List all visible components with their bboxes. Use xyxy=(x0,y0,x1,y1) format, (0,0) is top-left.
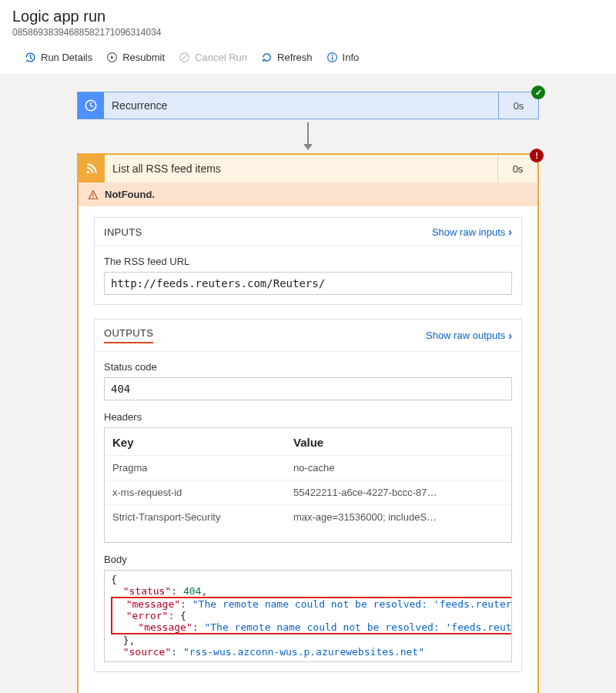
error-highlight: "message": "The remote name could not be… xyxy=(111,597,512,634)
body-label: Body xyxy=(104,554,512,565)
chevron-right-icon: › xyxy=(508,226,512,238)
error-badge-icon: ! xyxy=(530,149,544,162)
refresh-button[interactable]: Refresh xyxy=(261,52,313,63)
info-icon xyxy=(326,52,338,63)
action-name: List all RSS feed items xyxy=(105,155,497,182)
rss-url-label: The RSS feed URL xyxy=(104,256,512,267)
svg-point-3 xyxy=(331,55,333,56)
table-row: x-ms-request-id55422211-a6ce-4227-bccc-8… xyxy=(105,480,511,505)
info-button[interactable]: Info xyxy=(326,52,360,63)
svg-rect-8 xyxy=(92,193,93,196)
table-row: Pragmano-cache xyxy=(105,456,511,480)
trigger-step[interactable]: ✓ Recurrence 0s xyxy=(77,92,539,119)
trigger-name: Recurrence xyxy=(104,92,498,119)
outputs-heading: OUTPUTS xyxy=(104,327,153,343)
body-json[interactable]: { "status": 404, "message": "The remote … xyxy=(104,570,512,662)
action-step: ! List all RSS feed items 0s NotFound. I… xyxy=(77,153,539,693)
cancel-icon xyxy=(179,52,190,63)
run-details-button[interactable]: Run Details xyxy=(25,52,92,63)
status-code-value: 404 xyxy=(104,377,512,400)
table-row: Strict-Transport-Securitymax-age=3153600… xyxy=(105,505,511,530)
refresh-icon xyxy=(261,52,273,63)
run-canvas: ✓ Recurrence 0s ! List all RSS feed item… xyxy=(0,75,616,693)
svg-rect-6 xyxy=(85,162,99,176)
status-code-label: Status code xyxy=(104,361,512,373)
headers-label: Headers xyxy=(104,411,512,423)
headers-value-col: Value xyxy=(286,428,511,456)
history-icon xyxy=(25,52,36,63)
svg-point-7 xyxy=(87,171,90,174)
chevron-right-icon: › xyxy=(508,330,512,342)
inputs-heading: INPUTS xyxy=(104,226,142,238)
rss-url-value: http://feeds.reuters.com/Reuters/ xyxy=(104,272,512,295)
page-title: Logic app run xyxy=(12,8,604,25)
action-header[interactable]: List all RSS feed items 0s xyxy=(79,155,537,182)
show-raw-inputs-link[interactable]: Show raw inputs › xyxy=(432,226,512,238)
svg-point-9 xyxy=(92,196,94,198)
inputs-card: INPUTS Show raw inputs › The RSS feed UR… xyxy=(94,217,522,305)
cancel-run-button: Cancel Run xyxy=(179,52,247,63)
warning-icon xyxy=(88,189,99,200)
play-icon xyxy=(106,52,118,63)
headers-table[interactable]: Key Value Pragmano-cache x-ms-request-id… xyxy=(104,427,512,543)
success-badge-icon: ✓ xyxy=(531,85,545,99)
resubmit-button[interactable]: Resubmit xyxy=(106,52,165,63)
clock-icon xyxy=(78,92,104,119)
flow-arrow-icon xyxy=(303,122,313,150)
show-raw-outputs-link[interactable]: Show raw outputs › xyxy=(426,330,512,342)
outputs-card: OUTPUTS Show raw outputs › Status code 4… xyxy=(94,319,522,672)
headers-key-col: Key xyxy=(105,428,286,456)
svg-rect-4 xyxy=(331,57,332,61)
run-id: 08586938394688582171096314034 xyxy=(12,27,604,38)
action-error-banner: NotFound. xyxy=(79,182,537,206)
toolbar: Run Details Resubmit Cancel Run Refresh … xyxy=(12,45,604,71)
rss-icon xyxy=(79,155,105,182)
